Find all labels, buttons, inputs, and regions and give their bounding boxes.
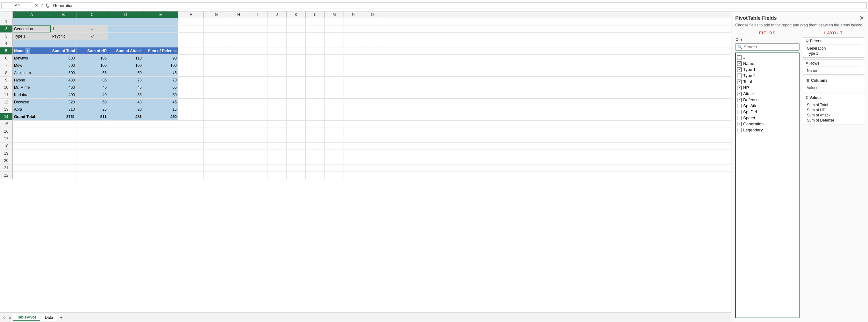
cell-b3[interactable]: Psychic (51, 33, 76, 40)
cell-n22[interactable] (344, 172, 363, 179)
cell-e9[interactable]: 70 (143, 77, 178, 84)
cell-e17[interactable] (143, 135, 178, 142)
cell-j12[interactable] (268, 99, 286, 106)
cell-m14[interactable] (325, 113, 344, 120)
field-checkbox-hash[interactable] (737, 55, 742, 60)
cell-e20[interactable] (143, 157, 178, 164)
cell-c8[interactable]: 55 (76, 69, 108, 76)
cell-l2[interactable] (306, 26, 325, 32)
cell-a18[interactable] (13, 142, 51, 150)
field-checkbox-legendary[interactable] (737, 128, 742, 132)
field-item-type1[interactable]: Type 1 (737, 66, 798, 72)
cell-l19[interactable] (306, 150, 325, 157)
cell-f1[interactable] (178, 18, 204, 25)
col-header-f[interactable]: F (178, 11, 204, 18)
cell-c10[interactable]: 40 (76, 84, 108, 91)
pivot-panel-close-button[interactable]: ✕ (859, 15, 864, 21)
cell-d12[interactable]: 48 (108, 99, 143, 106)
field-item-spatk[interactable]: Sp. Atk (737, 103, 798, 109)
cell-i10[interactable] (248, 84, 268, 91)
cell-f7[interactable] (178, 62, 204, 69)
cell-l4[interactable] (306, 40, 325, 47)
cell-g14[interactable] (204, 113, 229, 120)
field-item-type2[interactable]: Type 2 (737, 72, 798, 78)
cell-c11[interactable]: 40 (76, 91, 108, 98)
sheet-tab-menu[interactable]: ≡ (7, 315, 12, 320)
sheet-tab-data[interactable]: Data (41, 314, 57, 321)
cell-i15[interactable] (248, 121, 268, 128)
rows-item-name[interactable]: Name (807, 68, 861, 73)
cell-b20[interactable] (51, 157, 76, 164)
cell-c18[interactable] (76, 142, 108, 150)
cell-m22[interactable] (325, 172, 344, 179)
field-item-spdef[interactable]: Sp. Def (737, 109, 798, 115)
cell-m2[interactable] (325, 26, 344, 32)
cell-d7[interactable]: 100 (108, 62, 143, 69)
cell-l9[interactable] (306, 77, 325, 84)
cell-a13[interactable]: Abra (13, 106, 51, 113)
cell-i16[interactable] (248, 128, 268, 135)
cell-b13[interactable]: 310 (51, 106, 76, 113)
cell-f16[interactable] (178, 128, 204, 135)
cell-j6[interactable] (268, 55, 286, 62)
cell-g17[interactable] (204, 135, 229, 142)
cell-e14[interactable]: 460 (143, 113, 178, 120)
cell-b18[interactable] (51, 142, 76, 150)
cell-n20[interactable] (344, 157, 363, 164)
cell-k15[interactable] (286, 121, 306, 128)
field-checkbox-spatk[interactable] (737, 104, 742, 108)
cell-c2[interactable]: ▽ (76, 26, 108, 32)
cell-b10[interactable]: 460 (51, 84, 76, 91)
field-checkbox-attack[interactable] (737, 92, 742, 96)
cell-m18[interactable] (325, 142, 344, 150)
cell-l11[interactable] (306, 91, 325, 98)
cell-n12[interactable] (344, 99, 363, 106)
function-icon[interactable]: fx (46, 3, 49, 9)
cell-k17[interactable] (286, 135, 306, 142)
cell-f14[interactable] (178, 113, 204, 120)
cell-h19[interactable] (229, 150, 248, 157)
cell-l13[interactable] (306, 106, 325, 113)
cell-b6[interactable]: 680 (51, 55, 76, 62)
cell-l6[interactable] (306, 55, 325, 62)
cell-f12[interactable] (178, 99, 204, 106)
cell-d16[interactable] (108, 128, 143, 135)
cell-d13[interactable]: 20 (108, 106, 143, 113)
cell-d10[interactable]: 45 (108, 84, 143, 91)
cell-n19[interactable] (344, 150, 363, 157)
cell-g21[interactable] (204, 164, 229, 171)
cell-e13[interactable]: 15 (143, 106, 178, 113)
cell-j11[interactable] (268, 91, 286, 98)
sheet-tab-prev[interactable]: < (1, 315, 6, 320)
cell-o22[interactable] (363, 172, 382, 179)
cell-j16[interactable] (268, 128, 286, 135)
cell-k8[interactable] (286, 69, 306, 76)
cell-k18[interactable] (286, 142, 306, 150)
cell-m7[interactable] (325, 62, 344, 69)
cell-l8[interactable] (306, 69, 325, 76)
cell-i22[interactable] (248, 172, 268, 179)
cell-j4[interactable] (268, 40, 286, 47)
cell-a15[interactable] (13, 121, 51, 128)
cell-i1[interactable] (248, 18, 268, 25)
cell-a6[interactable]: Mewtwo (13, 55, 51, 62)
cell-a7[interactable]: Mew (13, 62, 51, 69)
cell-c5[interactable]: Sum of HP (76, 47, 108, 55)
cell-g18[interactable] (204, 142, 229, 150)
cell-j18[interactable] (268, 142, 286, 150)
cell-k16[interactable] (286, 128, 306, 135)
cell-a3[interactable]: Type 1 (13, 33, 51, 40)
cell-n8[interactable] (344, 69, 363, 76)
cell-k22[interactable] (286, 172, 306, 179)
cell-e2[interactable] (143, 26, 178, 32)
cell-k9[interactable] (286, 77, 306, 84)
col-header-l[interactable]: L (306, 11, 325, 18)
cell-h1[interactable] (229, 18, 248, 25)
cell-h21[interactable] (229, 164, 248, 171)
cell-b11[interactable]: 400 (51, 91, 76, 98)
col-header-d[interactable]: D (108, 11, 143, 18)
cell-a9[interactable]: Hypno (13, 77, 51, 84)
field-checkbox-type1[interactable] (737, 67, 742, 72)
cell-k13[interactable] (286, 106, 306, 113)
cell-o11[interactable] (363, 91, 382, 98)
